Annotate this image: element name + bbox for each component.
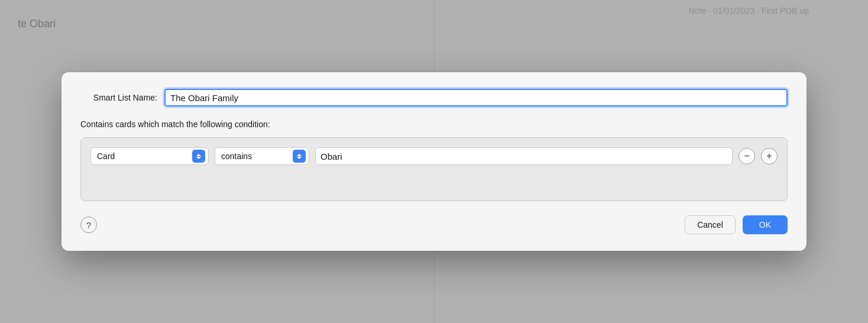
name-label: Smart List Name: <box>80 93 157 102</box>
footer-right: Cancel OK <box>685 215 788 234</box>
modal-overlay: Smart List Name: Contains cards which ma… <box>0 0 868 323</box>
operator-dropdown-wrapper: contains does not contain is is not star… <box>215 147 309 165</box>
smart-list-dialog: Smart List Name: Contains cards which ma… <box>61 72 807 251</box>
add-condition-button[interactable]: + <box>761 148 778 164</box>
minus-icon: − <box>744 151 749 161</box>
question-mark-icon: ? <box>86 220 91 230</box>
condition-box: Card Name Note Tag Date contains does no… <box>80 137 788 201</box>
cancel-button[interactable]: Cancel <box>685 215 736 234</box>
plus-icon: + <box>766 151 772 161</box>
operator-select[interactable]: contains does not contain is is not star… <box>215 147 309 165</box>
name-row: Smart List Name: <box>80 89 788 106</box>
condition-value-input[interactable] <box>315 147 733 165</box>
footer-row: ? Cancel OK <box>80 215 788 234</box>
help-button[interactable]: ? <box>80 217 97 233</box>
ok-button[interactable]: OK <box>743 215 788 234</box>
condition-row: Card Name Note Tag Date contains does no… <box>90 147 778 165</box>
field-dropdown-wrapper: Card Name Note Tag Date <box>90 147 209 165</box>
smart-list-name-input[interactable] <box>164 89 788 106</box>
condition-description: Contains cards which match the following… <box>80 119 788 129</box>
field-select[interactable]: Card Name Note Tag Date <box>90 147 209 165</box>
remove-condition-button[interactable]: − <box>739 148 755 164</box>
